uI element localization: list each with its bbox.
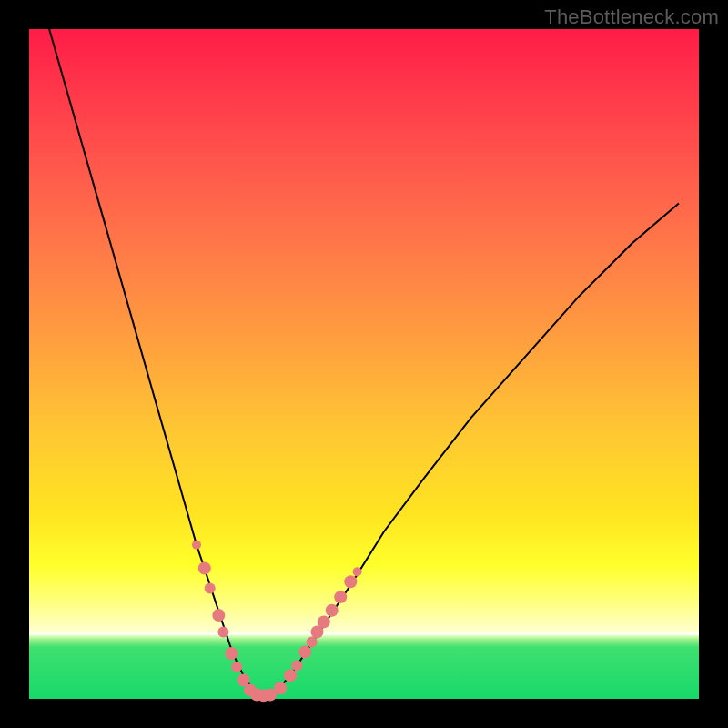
chart-frame: TheBottleneck.com [0,0,728,728]
chart-marker [205,583,216,594]
chart-marker [192,541,201,550]
chart-marker [344,575,357,588]
chart-plot-area [29,29,699,699]
bottleneck-curve [49,29,679,695]
chart-markers [192,541,362,703]
chart-marker [353,567,362,576]
chart-marker [212,609,225,622]
chart-marker [284,669,297,682]
chart-marker [298,646,311,659]
chart-marker [318,615,330,628]
chart-marker [291,660,302,671]
chart-marker [217,626,228,637]
chart-marker [307,636,318,647]
chart-marker [274,682,287,694]
chart-marker [231,662,242,672]
chart-marker [334,591,347,603]
chart-marker [198,562,211,575]
chart-marker [326,604,339,617]
chart-svg [29,29,699,699]
chart-marker [225,647,238,660]
watermark-text: TheBottleneck.com [544,5,719,29]
